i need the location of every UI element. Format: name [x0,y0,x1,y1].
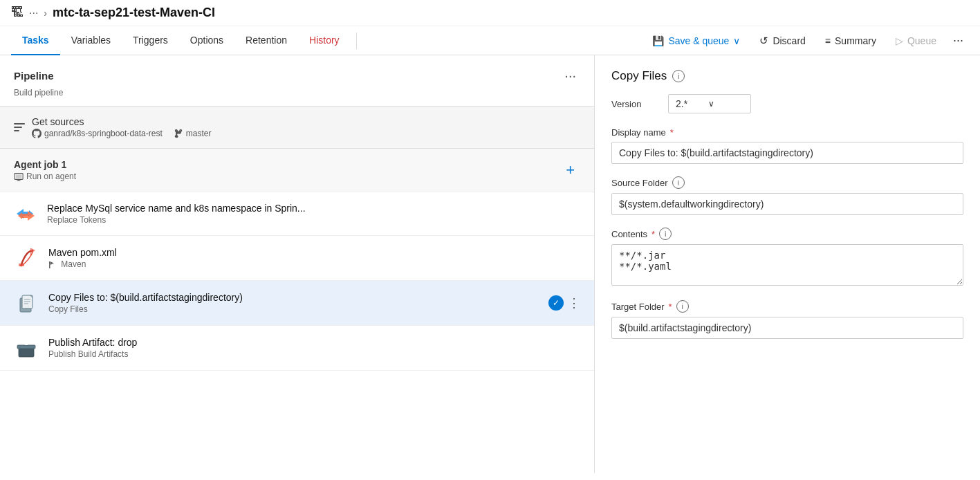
panel-info-icon[interactable]: i [672,70,685,82]
top-bar: 🏗 ··· › mtc-ta-sep21-test-Maven-CI [0,0,980,26]
maven-flag-icon [48,261,57,269]
breadcrumb-chevron: › [44,8,47,19]
branch-icon [174,129,183,138]
tab-tasks[interactable]: Tasks [11,26,60,55]
tab-options[interactable]: Options [179,26,234,55]
contents-textarea[interactable]: **/*.jar **/*.yaml [611,244,963,286]
nav-more-button[interactable]: ··· [947,29,969,52]
task-info-publish: Publish Artifact: drop Publish Build Art… [48,337,580,359]
queue-icon: ▷ [896,35,903,46]
repo-info: ganrad/k8s-springboot-data-rest [32,129,163,138]
display-name-label: Display name * [611,127,963,138]
svg-rect-1 [16,174,22,178]
save-icon: 💾 [652,35,664,46]
task-item-replace-tokens[interactable]: Replace MySql service name and k8s names… [0,192,594,236]
save-queue-button[interactable]: 💾 Save & queue ∨ [644,31,748,50]
contents-info-icon[interactable]: i [659,228,672,240]
discard-icon: ↺ [759,35,768,47]
task-info-copy-files: Copy Files to: $(build.artifactstagingdi… [48,292,539,314]
github-icon [32,129,41,138]
branch-info: master [174,129,212,138]
nav-divider [356,33,357,49]
task-more-button[interactable]: ⋮ [568,295,580,311]
display-name-section: Display name * [611,127,963,164]
target-folder-info-icon[interactable]: i [676,300,689,313]
source-folder-input[interactable] [611,193,963,215]
version-dropdown[interactable]: 2.* ∨ [668,94,751,113]
svg-marker-10 [50,261,55,265]
contents-required: * [651,229,655,239]
save-queue-chevron: ∨ [733,35,740,46]
page-title: mtc-ta-sep21-test-Maven-CI [53,6,215,20]
tab-history[interactable]: History [298,26,351,55]
get-sources-section[interactable]: Get sources ganrad/k8s-springboot-data-r… [0,106,594,149]
target-folder-label: Target Folder * i [611,300,963,313]
agent-job-info: Agent job 1 Run on agent [14,159,76,181]
pipeline-header: Pipeline ··· [0,55,594,88]
main-layout: Pipeline ··· Build pipeline Get sources [0,55,980,473]
pipeline-icon: 🏗 [11,6,24,20]
task-check-icon: ✓ [548,295,564,311]
dropdown-chevron: ∨ [708,99,714,109]
source-folder-label: Source Folder i [611,176,963,189]
get-sources-icon [14,123,25,131]
panel-title: Copy Files i [611,69,963,83]
tab-retention[interactable]: Retention [234,26,298,55]
agent-job-section: Agent job 1 Run on agent + [0,149,594,192]
svg-marker-19 [23,338,30,345]
nav-actions: 💾 Save & queue ∨ ↺ Discard ≡ Summary ▷ Q… [644,29,969,52]
get-sources-info: Get sources ganrad/k8s-springboot-data-r… [32,116,211,138]
version-label: Version [611,99,660,109]
svg-rect-18 [17,345,35,349]
svg-rect-6 [19,264,24,266]
pipeline-more-button[interactable]: ··· [560,66,580,85]
task-info-maven: Maven pom.xml Maven [48,247,580,269]
nav-tabs: Tasks Variables Triggers Options Retenti… [0,26,980,55]
top-bar-more[interactable]: ··· [29,7,38,19]
version-field-row: Version 2.* ∨ [611,94,963,113]
copy-files-icon [14,290,39,315]
target-folder-input[interactable] [611,317,963,339]
pipeline-title: Pipeline [14,70,54,82]
target-folder-section: Target Folder * i [611,300,963,339]
pipeline-subtitle: Build pipeline [0,88,594,106]
task-item-copy-files[interactable]: Copy Files to: $(build.artifactstagingdi… [0,281,594,326]
target-folder-required: * [669,302,672,312]
contents-section: Contents * i **/*.jar **/*.yaml [611,228,963,288]
summary-icon: ≡ [825,35,831,46]
publish-icon [14,335,39,360]
discard-button[interactable]: ↺ Discard [751,30,813,51]
source-folder-section: Source Folder i [611,176,963,215]
agent-job-title: Agent job 1 [14,159,76,170]
task-item-publish[interactable]: Publish Artifact: drop Publish Build Art… [0,326,594,371]
right-panel: Copy Files i Version 2.* ∨ Display name … [595,55,980,473]
svg-rect-9 [49,261,50,268]
left-panel: Pipeline ··· Build pipeline Get sources [0,55,595,473]
display-name-required: * [670,127,674,138]
replace-tokens-icon [14,202,37,225]
get-sources-label: Get sources [32,116,211,127]
task-item-maven[interactable]: Maven pom.xml Maven [0,236,594,281]
get-sources-meta: ganrad/k8s-springboot-data-rest master [32,129,211,138]
source-folder-info-icon[interactable]: i [672,176,685,189]
task-info-replace-tokens: Replace MySql service name and k8s names… [47,203,580,225]
summary-button[interactable]: ≡ Summary [817,31,885,50]
agent-job-subtitle: Run on agent [14,172,76,181]
task-copy-actions: ✓ ⋮ [548,295,580,311]
agent-icon [14,172,24,181]
maven-icon [14,246,39,270]
queue-button[interactable]: ▷ Queue [887,31,945,50]
display-name-input[interactable] [611,142,963,164]
add-task-button[interactable]: + [560,158,580,182]
tab-triggers[interactable]: Triggers [122,26,179,55]
tab-variables[interactable]: Variables [60,26,122,55]
svg-rect-7 [30,248,32,255]
contents-label: Contents * i [611,228,963,240]
